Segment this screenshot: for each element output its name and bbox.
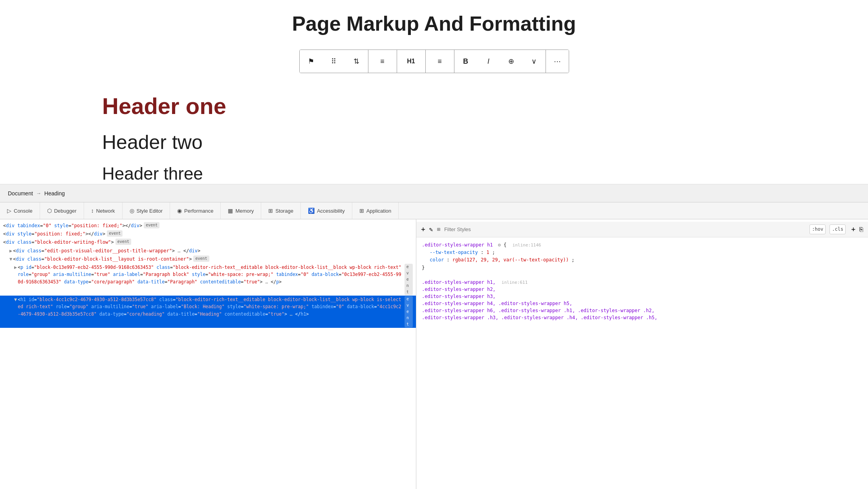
html-line: ▼ <div class="block-editor-block-list__l…	[0, 255, 416, 263]
expand-arrow[interactable]: ▶	[14, 264, 17, 271]
css-prop: --tw-text-opacity	[430, 250, 478, 255]
toolbar-group-format: B I ⊕ ∨	[454, 50, 546, 73]
tab-memory-label: Memory	[235, 208, 254, 214]
toolbar-btn-align[interactable]: ≡	[368, 50, 397, 73]
toolbar-btn-drag[interactable]: ⠿	[322, 50, 345, 73]
expand-arrow[interactable]: ▼	[14, 296, 17, 303]
tab-storage[interactable]: ⊞ Storage	[261, 202, 301, 219]
network-icon: ↕	[91, 208, 94, 214]
devtools-tabs: ▷ Console ⬡ Debugger ↕ Network ◎ Style E…	[0, 202, 868, 219]
html-code: <div class="block-editor-writing-flow">	[3, 239, 114, 246]
html-code: <p id="block-0c13e997-ecb2-4555-990d-916…	[18, 264, 403, 285]
css-rule-2: .editor-styles-wrapper h1, inline:611 .e…	[416, 277, 868, 323]
editor-area: Page Markup And Formatting ⚑ ⠿ ⇅ ≡ H1 ≡ …	[0, 0, 868, 184]
toolbar-btn-heading[interactable]: H1	[397, 50, 425, 73]
css-selector-line: .editor-styles-wrapper h1 ⚙ { inline:114…	[422, 241, 863, 249]
toolbar-btn-text-align[interactable]: ≡	[426, 50, 454, 73]
console-icon: ▷	[7, 208, 11, 214]
css-selector-line-2: .editor-styles-wrapper h1, inline:611 .e…	[422, 279, 863, 322]
css-selector-2f: .editor-styles-wrapper .h3, .editor-styl…	[422, 315, 657, 320]
tab-style-editor[interactable]: ◎ Style Editor	[123, 202, 170, 219]
css-rule-close: }	[422, 264, 863, 272]
eyedropper-icon[interactable]: ✎	[429, 224, 433, 235]
css-selector: .editor-styles-wrapper h1	[422, 242, 493, 248]
expand-arrow[interactable]: ▶	[9, 247, 12, 255]
event-badge[interactable]: event	[193, 256, 209, 262]
expand-arrow[interactable]: ▼	[9, 256, 12, 263]
breadcrumb-document[interactable]: Document	[8, 190, 33, 197]
html-code: <div class="block-editor-block-list__lay…	[13, 256, 192, 263]
html-panel[interactable]: <div tabindex="0" style="position: fixed…	[0, 219, 416, 489]
toolbar-btn-move[interactable]: ⇅	[345, 50, 368, 73]
header-two: Header two	[102, 131, 203, 154]
toolbar-group-block: ⚑ ⠿ ⇅	[300, 50, 368, 73]
breadcrumb-heading[interactable]: Heading	[44, 190, 65, 197]
filter-icon: ⊞	[437, 225, 440, 233]
css-property-line: --tw-text-opacity : 1 ;	[430, 249, 863, 256]
css-line-num-2: inline:611	[502, 280, 527, 285]
css-rule: .editor-styles-wrapper h1 ⚙ { inline:114…	[416, 237, 868, 273]
performance-icon: ◉	[177, 208, 182, 214]
tab-performance-label: Performance	[184, 208, 213, 214]
header-one: Header one	[102, 93, 226, 119]
toolbar-btn-bold[interactable]: B	[454, 50, 477, 73]
toolbar-btn-more-formats[interactable]: ∨	[523, 50, 546, 73]
css-selector-2c: .editor-styles-wrapper h3,	[422, 294, 496, 299]
event-badge[interactable]: event	[405, 296, 413, 327]
html-code: <div style="position: fixed;"></div>	[3, 230, 105, 238]
tab-application[interactable]: ⊞ Application	[352, 202, 399, 219]
tab-accessibility-label: Accessibility	[317, 208, 345, 214]
tab-debugger[interactable]: ⬡ Debugger	[40, 202, 84, 219]
copy-styles-icon[interactable]: ⎘	[859, 224, 863, 235]
toolbar-btn-bookmark[interactable]: ⚑	[300, 50, 322, 73]
event-badge[interactable]: event	[405, 264, 413, 295]
toolbar-group-align: ≡	[368, 50, 397, 73]
cls-button[interactable]: .cls	[830, 224, 846, 234]
css-selector-2: .editor-styles-wrapper h1,	[422, 279, 496, 285]
event-badge[interactable]: event	[107, 230, 123, 237]
tab-console[interactable]: ▷ Console	[0, 202, 40, 219]
storage-icon: ⊞	[268, 208, 273, 214]
css-selector-2d: .editor-styles-wrapper h4, .editor-style…	[422, 301, 572, 306]
html-line: ▶ <div class="edit-post-visual-editor__p…	[0, 247, 416, 255]
event-badge[interactable]: event	[115, 239, 131, 245]
debugger-icon: ⬡	[47, 208, 52, 214]
tab-debugger-label: Debugger	[54, 208, 77, 214]
page-title: Page Markup And Formatting	[292, 12, 576, 35]
html-line: ▶ <p id="block-0c13e997-ecb2-4555-990d-9…	[0, 263, 416, 296]
tab-network-label: Network	[96, 208, 115, 214]
toolbar-btn-italic[interactable]: I	[477, 50, 500, 73]
memory-icon: ▦	[228, 208, 233, 214]
html-line-selected: ▼ <h1 id="block-4cc1c9c2-4679-4930-a512-…	[0, 296, 416, 328]
toolbar-group-options: ⋯	[546, 50, 569, 73]
html-code: <div tabindex="0" style="position: fixed…	[3, 222, 142, 230]
add-new-rule-icon[interactable]: +	[851, 224, 855, 235]
css-panel: + ✎ ⊞ :hov .cls + ⎘ .editor-styles-wrapp…	[416, 219, 868, 489]
css-property-line: color : rgba(127, 29, 29, var(--tw-text-…	[430, 256, 863, 264]
tab-console-label: Console	[14, 208, 33, 214]
html-code: <h1 id="block-4cc1c9c2-4679-4930-a512-8d…	[18, 296, 403, 318]
application-icon: ⊞	[359, 208, 364, 214]
css-filter-bar: + ✎ ⊞ :hov .cls + ⎘	[416, 222, 868, 237]
css-selector-2e: .editor-styles-wrapper h6, .editor-style…	[422, 308, 654, 313]
filter-styles-input[interactable]	[444, 226, 806, 232]
tab-network[interactable]: ↕ Network	[84, 202, 123, 219]
html-code: <div class="edit-post-visual-editor__pos…	[13, 247, 200, 255]
html-line: <div style="position: fixed;"></div> eve…	[0, 230, 416, 238]
tab-accessibility[interactable]: ♿ Accessibility	[301, 202, 352, 219]
event-badge[interactable]: event	[144, 222, 159, 228]
add-rule-icon[interactable]: +	[421, 224, 425, 235]
gear-icon[interactable]: ⚙	[498, 242, 501, 248]
tab-memory[interactable]: ▦ Memory	[221, 202, 261, 219]
toolbar-btn-options[interactable]: ⋯	[546, 50, 569, 73]
tab-performance[interactable]: ◉ Performance	[170, 202, 221, 219]
css-val: rgba(127, 29, 29, var(--tw-text-opacity)…	[452, 257, 569, 263]
toolbar-group-heading: H1	[397, 50, 426, 73]
css-line-num: inline:1146	[513, 243, 541, 248]
header-three: Header three	[102, 164, 203, 184]
toolbar-btn-link[interactable]: ⊕	[500, 50, 523, 73]
hov-button[interactable]: :hov	[809, 224, 826, 234]
block-toolbar: ⚑ ⠿ ⇅ ≡ H1 ≡ B I ⊕ ∨ ⋯	[299, 50, 569, 73]
css-val: 1	[487, 250, 489, 255]
toolbar-group-text-align: ≡	[426, 50, 454, 73]
